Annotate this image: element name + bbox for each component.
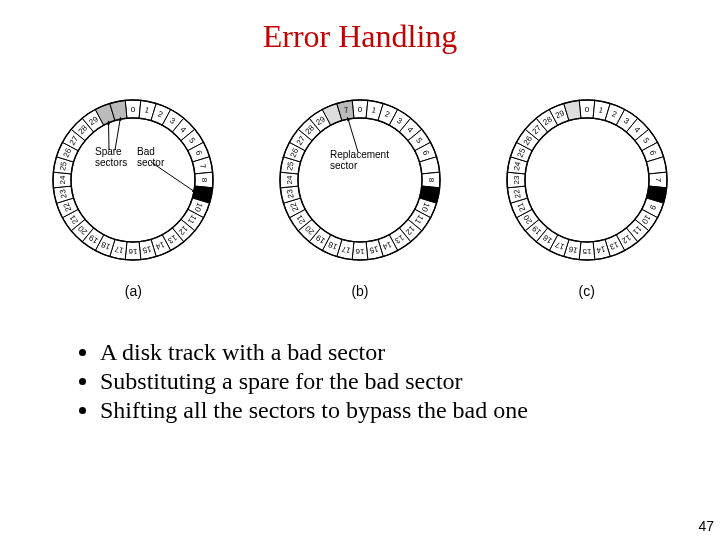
svg-text:Badsector: Badsector [137,146,165,168]
svg-text:0: 0 [584,105,589,114]
page-number: 47 [698,518,714,534]
svg-line-73 [347,117,357,152]
page-title: Error Handling [0,18,720,55]
svg-text:24: 24 [58,175,67,184]
bullet-item: Substituting a spare for the bad sector [100,368,720,395]
svg-text:Sparesectors: Sparesectors [95,146,127,168]
bullet-list: A disk track with a bad sector Substitut… [60,339,720,424]
disk-b: 0123456891011121314151617181920212223242… [260,85,460,299]
bullet-item: Shifting all the sectors to bypass the b… [100,397,720,424]
svg-line-38 [151,162,196,192]
svg-text:8: 8 [200,178,209,183]
svg-text:16: 16 [128,247,137,256]
svg-point-70 [298,118,422,242]
svg-text:23: 23 [511,175,520,184]
disk-a: 0123456789101112131415161718192021222324… [33,85,233,299]
svg-text:8: 8 [426,178,435,183]
svg-text:24: 24 [284,175,293,184]
disk-c: 0123456789101112131415161718192021222324… [487,85,687,299]
svg-point-30 [71,118,195,242]
caption-b: (b) [260,283,460,299]
disk-diagrams: 0123456789101112131415161718192021222324… [0,85,720,299]
svg-text:0: 0 [131,105,136,114]
caption-c: (c) [487,283,687,299]
svg-point-105 [525,118,649,242]
svg-text:0: 0 [358,105,363,114]
svg-text:7: 7 [653,178,662,183]
caption-a: (a) [33,283,233,299]
svg-text:15: 15 [582,247,591,256]
svg-text:16: 16 [355,247,364,256]
svg-text:Replacementsector: Replacementsector [330,149,389,171]
bullet-item: A disk track with a bad sector [100,339,720,366]
